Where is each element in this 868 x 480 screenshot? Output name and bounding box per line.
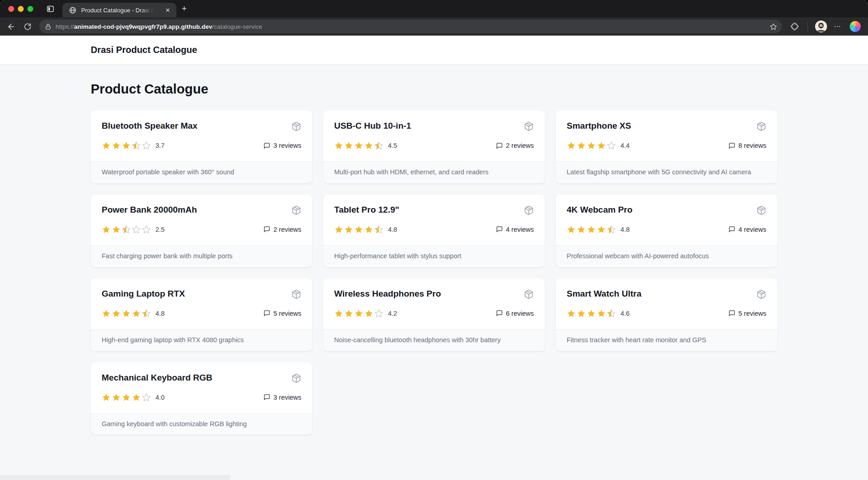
reviews-label: 4 reviews bbox=[739, 226, 766, 233]
browser-toolbar: https://animated-cod-pjvq9wqpvgfr7p9.app… bbox=[0, 17, 868, 36]
product-description: Gaming keyboard with customizable RGB li… bbox=[102, 420, 247, 428]
rating-value: 4.6 bbox=[620, 310, 630, 317]
product-card[interactable]: Smartphone XS 4.4 8 r bbox=[556, 110, 777, 183]
address-bar[interactable]: https://animated-cod-pjvq9wqpvgfr7p9.app… bbox=[39, 20, 782, 33]
rating-value: 4.5 bbox=[388, 142, 397, 149]
reviews-label: 3 reviews bbox=[274, 142, 301, 149]
message-square-icon bbox=[264, 226, 270, 233]
product-description: Fast charging power bank with multiple p… bbox=[102, 252, 232, 260]
browser-window: Product Catalogue - Drasi Demo ✕ + https… bbox=[0, 0, 868, 480]
globe-icon bbox=[69, 6, 77, 14]
product-name: Mechanical Keyboard RGB bbox=[102, 373, 212, 383]
traffic-lights bbox=[0, 0, 33, 17]
site-title: Drasi Product Catalogue bbox=[91, 45, 777, 55]
reviews-count: 5 reviews bbox=[264, 310, 301, 317]
product-name: Smart Watch Ultra bbox=[567, 289, 641, 299]
product-card-main: Bluetooth Speaker Max 3.7 bbox=[91, 110, 312, 162]
product-card-footer: Waterproof portable speaker with 360° so… bbox=[91, 162, 312, 183]
message-square-icon bbox=[728, 310, 735, 317]
package-icon bbox=[756, 205, 766, 217]
product-card[interactable]: Mechanical Keyboard RGB 4.0 bbox=[91, 362, 312, 435]
profile-avatar[interactable] bbox=[815, 21, 827, 32]
reviews-label: 6 reviews bbox=[506, 310, 534, 317]
zoom-window-button[interactable] bbox=[27, 6, 33, 12]
star-rating bbox=[102, 141, 151, 150]
reviews-count: 8 reviews bbox=[728, 142, 766, 149]
product-card-footer: Professional webcam with AI-powered auto… bbox=[556, 245, 777, 267]
product-description: Noise-cancelling bluetooth headphones wi… bbox=[334, 336, 501, 344]
product-card-footer: Noise-cancelling bluetooth headphones wi… bbox=[323, 329, 545, 351]
product-card-footer: Fast charging power bank with multiple p… bbox=[91, 245, 312, 267]
page-title: Product Catalogue bbox=[91, 82, 777, 97]
active-tab[interactable]: Product Catalogue - Drasi Demo ✕ bbox=[62, 3, 176, 17]
site-header: Drasi Product Catalogue bbox=[0, 36, 868, 65]
new-tab-button[interactable]: + bbox=[176, 0, 192, 17]
product-card[interactable]: 4K Webcam Pro 4.8 4 r bbox=[556, 194, 777, 267]
reviews-label: 5 reviews bbox=[739, 310, 766, 317]
message-square-icon bbox=[728, 142, 735, 149]
package-icon bbox=[291, 373, 301, 385]
refresh-icon[interactable] bbox=[20, 19, 35, 34]
minimize-window-button[interactable] bbox=[18, 6, 24, 12]
message-square-icon bbox=[496, 226, 503, 233]
product-card-main: Wireless Headphones Pro 4.2 bbox=[323, 278, 545, 329]
reviews-count: 3 reviews bbox=[264, 142, 301, 149]
product-description: Fitness tracker with heart rate monitor … bbox=[567, 336, 706, 344]
product-name: Tablet Pro 12.9" bbox=[334, 205, 399, 215]
reviews-label: 2 reviews bbox=[506, 142, 534, 149]
lock-icon bbox=[45, 23, 52, 30]
reviews-label: 3 reviews bbox=[274, 394, 301, 401]
star-rating bbox=[334, 141, 383, 150]
product-card[interactable]: Bluetooth Speaker Max 3.7 bbox=[91, 110, 312, 183]
product-description: Professional webcam with AI-powered auto… bbox=[567, 252, 709, 260]
rating-value: 4.8 bbox=[620, 226, 630, 233]
product-card[interactable]: USB-C Hub 10-in-1 4.5 bbox=[323, 110, 545, 183]
message-square-icon bbox=[264, 310, 270, 317]
product-card[interactable]: Smart Watch Ultra 4.6 bbox=[556, 278, 777, 351]
rating-value: 4.8 bbox=[155, 310, 165, 317]
product-grid: Bluetooth Speaker Max 3.7 bbox=[91, 110, 777, 435]
message-square-icon bbox=[496, 142, 503, 149]
package-icon bbox=[291, 289, 301, 301]
tab-bar: Product Catalogue - Drasi Demo ✕ + bbox=[0, 0, 868, 17]
product-card[interactable]: Power Bank 20000mAh 2.5 bbox=[91, 194, 312, 267]
horizontal-scrollbar[interactable] bbox=[0, 475, 230, 480]
product-card-footer: Latest flagship smartphone with 5G conne… bbox=[556, 162, 777, 183]
tab-layout-icon[interactable] bbox=[43, 0, 57, 17]
page: Drasi Product Catalogue Product Catalogu… bbox=[0, 36, 868, 480]
product-card[interactable]: Gaming Laptop RTX 4.8 bbox=[91, 278, 312, 351]
product-card[interactable]: Tablet Pro 12.9" 4.8 bbox=[323, 194, 545, 267]
star-rating bbox=[567, 309, 616, 318]
extensions-puzzle-icon[interactable] bbox=[787, 19, 802, 34]
product-description: Latest flagship smartphone with 5G conne… bbox=[567, 168, 751, 176]
product-card-main: 4K Webcam Pro 4.8 4 r bbox=[556, 194, 777, 245]
product-card-footer: Fitness tracker with heart rate monitor … bbox=[556, 329, 777, 351]
close-window-button[interactable] bbox=[8, 6, 14, 12]
url-path: /catalogue-service bbox=[212, 23, 263, 30]
message-square-icon bbox=[264, 142, 270, 149]
package-icon bbox=[291, 205, 301, 217]
rating-value: 4.2 bbox=[388, 310, 397, 317]
product-card-main: Mechanical Keyboard RGB 4.0 bbox=[91, 362, 312, 413]
close-tab-icon[interactable]: ✕ bbox=[164, 6, 172, 14]
product-card-main: USB-C Hub 10-in-1 4.5 bbox=[323, 110, 545, 162]
back-icon[interactable] bbox=[4, 19, 18, 34]
package-icon bbox=[756, 289, 766, 301]
bookmark-star-icon[interactable] bbox=[770, 23, 777, 31]
product-card-footer: Gaming keyboard with customizable RGB li… bbox=[91, 413, 312, 435]
reviews-label: 5 reviews bbox=[274, 310, 301, 317]
copilot-icon[interactable] bbox=[850, 21, 861, 32]
product-name: Wireless Headphones Pro bbox=[334, 289, 441, 299]
rating-value: 4.0 bbox=[155, 394, 165, 401]
package-icon bbox=[524, 121, 534, 133]
reviews-count: 2 reviews bbox=[264, 226, 301, 233]
product-card-footer: Multi-port hub with HDMI, ethernet, and … bbox=[323, 162, 545, 183]
star-rating bbox=[567, 225, 616, 234]
reviews-label: 8 reviews bbox=[739, 142, 766, 149]
product-card-main: Gaming Laptop RTX 4.8 bbox=[91, 278, 312, 329]
product-card[interactable]: Wireless Headphones Pro 4.2 bbox=[323, 278, 545, 351]
star-rating bbox=[567, 141, 616, 150]
reviews-count: 2 reviews bbox=[496, 142, 534, 149]
browser-menu-icon[interactable]: ⋯ bbox=[831, 19, 844, 34]
message-square-icon bbox=[728, 226, 735, 233]
